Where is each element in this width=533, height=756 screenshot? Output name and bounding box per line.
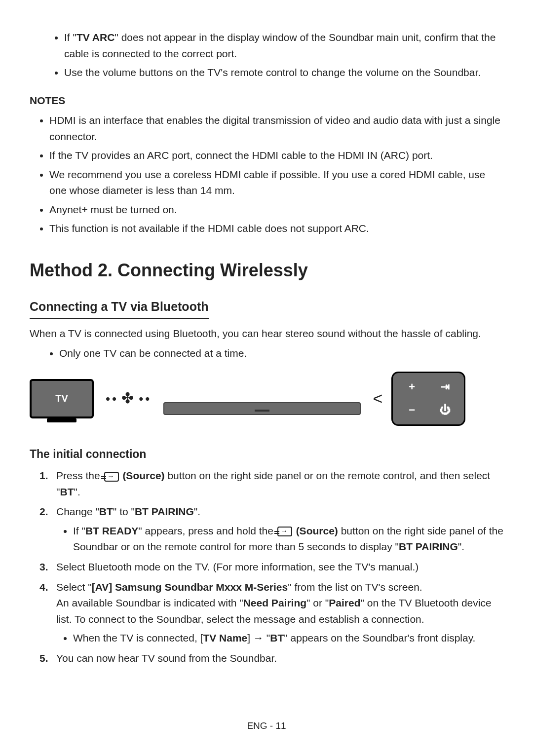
bluetooth-icon: ✤ [121, 387, 136, 410]
step-3: 3. Select Bluetooth mode on the TV. (For… [39, 559, 503, 575]
steps-list: 1. Press the (Source) button on the righ… [30, 468, 503, 666]
callout-bracket-icon: < [373, 385, 382, 412]
page-content: If "TV ARC" does not appear in the displ… [30, 30, 503, 666]
minus-button-icon: − [404, 402, 420, 418]
step-1: 1. Press the (Source) button on the righ… [39, 468, 503, 500]
step-5: 5. You can now hear TV sound from the So… [39, 650, 503, 667]
step-4-sublist: When the TV is connected, [TV Name] → "B… [56, 630, 503, 646]
connection-diagram: TV •• ✤ •• < + ⇥ − ⏻ [30, 372, 503, 426]
step-4-sub-item: When the TV is connected, [TV Name] → "B… [73, 630, 503, 646]
bluetooth-signal-icon: •• ✤ •• [106, 387, 152, 410]
bluetooth-heading: Connecting a TV via Bluetooth [30, 297, 209, 319]
only-one-item: Only one TV can be connected at a time. [59, 345, 503, 362]
source-button-icon: ⇥ [437, 378, 454, 395]
only-one-list: Only one TV can be connected at a time. [30, 345, 503, 362]
tv-stand-icon [47, 418, 76, 422]
step-2-sublist: If "BT READY" appears, press and hold th… [56, 523, 503, 555]
plus-button-icon: + [404, 378, 420, 395]
intro-bullets: If "TV ARC" does not appear in the displ… [30, 30, 503, 81]
tv-icon: TV [30, 379, 94, 418]
bluetooth-desc: When a TV is connected using Bluetooth, … [30, 326, 503, 342]
page-footer: ENG - 11 [0, 720, 533, 731]
note-item: We recommend you use a coreless HDMI cab… [49, 167, 503, 199]
soundbar-icon [163, 402, 361, 415]
method-heading: Method 2. Connecting Wirelessly [30, 257, 503, 284]
note-item: Anynet+ must be turned on. [49, 202, 503, 218]
side-panel-icon: + ⇥ − ⏻ [391, 372, 465, 426]
note-item: This function is not available if the HD… [49, 221, 503, 237]
initial-connection-heading: The initial connection [30, 446, 503, 463]
intro-bullet-2: Use the volume buttons on the TV's remot… [64, 65, 503, 81]
note-item: If the TV provides an ARC port, connect … [49, 148, 503, 164]
notes-heading: NOTES [30, 93, 503, 109]
power-button-icon: ⏻ [437, 402, 454, 418]
step-2-sub-item: If "BT READY" appears, press and hold th… [73, 523, 503, 555]
intro-bullet-1: If "TV ARC" does not appear in the displ… [64, 30, 503, 62]
source-icon [104, 472, 119, 482]
source-icon [277, 527, 292, 536]
note-item: HDMI is an interface that enables the di… [49, 113, 503, 145]
notes-list: HDMI is an interface that enables the di… [30, 113, 503, 237]
step-4: 4. Select "[AV] Samsung Soundbar Mxxx M-… [39, 579, 503, 646]
step-2: 2. Change "BT" to "BT PAIRING". If "BT R… [39, 504, 503, 555]
